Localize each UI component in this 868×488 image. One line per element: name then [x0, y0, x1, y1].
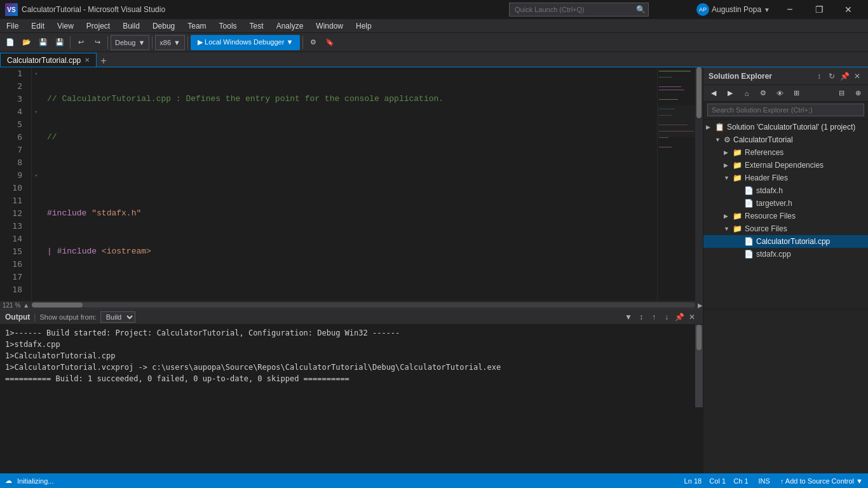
- col-info: Col 1: [709, 477, 726, 485]
- restore-button[interactable]: ❐: [804, 0, 834, 19]
- tree-expand-project[interactable]: ▼: [715, 137, 724, 143]
- open-button[interactable]: 📂: [19, 35, 34, 50]
- main-layout: 1 2 3 4 5 6 7 8 9 10 11 12 13 14 15 16 1…: [0, 67, 868, 309]
- output-toolbar-btn-4[interactable]: ↓: [661, 311, 672, 323]
- tree-expand-solution[interactable]: ▶: [706, 124, 715, 130]
- fold-9[interactable]: ▾: [32, 169, 41, 182]
- tree-item-header-files[interactable]: ▼ 📁 Header Files: [703, 172, 868, 184]
- se-refresh-button[interactable]: ↻: [826, 71, 837, 82]
- output-pin-button[interactable]: 📌: [674, 311, 685, 323]
- output-content[interactable]: 1>------ Build started: Project: Calcula…: [0, 325, 703, 407]
- output-scrollbar[interactable]: [695, 325, 703, 407]
- tree-item-targetver-h[interactable]: 📄 targetver.h: [703, 197, 868, 210]
- se-properties-button[interactable]: ⚙: [756, 86, 771, 101]
- code-content[interactable]: // CalculatorTutorial.cpp : Defines the …: [41, 67, 657, 301]
- tree-item-ext-deps[interactable]: ▶ 📁 External Dependencies: [703, 159, 868, 172]
- tree-expand-header-files[interactable]: ▼: [724, 175, 733, 181]
- scroll-right-button[interactable]: ▶: [698, 302, 703, 309]
- close-button[interactable]: ✕: [834, 0, 863, 19]
- platform-dropdown[interactable]: x86 ▼: [155, 35, 185, 50]
- tree-item-resource-files[interactable]: ▶ 📁 Resource Files: [703, 210, 868, 222]
- debug-config-dropdown[interactable]: Debug ▼: [111, 35, 149, 50]
- save-all-button[interactable]: 💾: [52, 35, 67, 50]
- fold-4[interactable]: ▾: [32, 105, 41, 118]
- tree-expand-references[interactable]: ▶: [724, 149, 733, 156]
- se-filter-tb-button[interactable]: ⊕: [850, 86, 865, 101]
- se-pin-button[interactable]: 📌: [839, 71, 850, 82]
- se-back-button[interactable]: ◀: [706, 86, 721, 101]
- redo-button[interactable]: ↪: [90, 35, 105, 50]
- debug-config-label: Debug: [115, 39, 135, 46]
- minimize-button[interactable]: −: [775, 0, 804, 19]
- source-control[interactable]: ↑ Add to Source Control ▼: [780, 477, 863, 485]
- search-icon: 🔍: [636, 5, 646, 14]
- se-forward-button[interactable]: ▶: [722, 86, 738, 101]
- menu-item-analyze[interactable]: Analyze: [270, 19, 310, 32]
- tree-item-references[interactable]: ▶ 📁 References: [703, 146, 868, 159]
- run-button[interactable]: ▶ Local Windows Debugger ▼: [191, 35, 300, 50]
- menu-item-file[interactable]: File: [0, 19, 25, 32]
- tree-expand-ext-deps[interactable]: ▶: [724, 162, 733, 168]
- se-collapse-button[interactable]: ⊟: [834, 86, 849, 101]
- h-scroll-thumb[interactable]: [32, 302, 83, 308]
- tree-item-solution[interactable]: ▶ 📋 Solution 'CalculatorTutorial' (1 pro…: [703, 121, 868, 133]
- undo-button[interactable]: ↩: [73, 35, 88, 50]
- zoom-expand-icon[interactable]: ▲: [23, 302, 29, 309]
- breakpoints-button[interactable]: ⚙: [306, 35, 321, 50]
- ext-deps-label: External Dependencies: [745, 161, 824, 170]
- menu-item-debug[interactable]: Debug: [146, 19, 181, 32]
- user-chevron: ▼: [764, 6, 770, 13]
- tree-item-stdafx-cpp[interactable]: 📄 stdafx.cpp: [703, 248, 868, 261]
- editor-tab-calculatortutorial[interactable]: CalculatorTutorial.cpp ✕: [0, 53, 97, 67]
- menu-item-build[interactable]: Build: [116, 19, 146, 32]
- vertical-scrollbar[interactable]: [695, 67, 703, 301]
- horizontal-scrollbar[interactable]: 121 % ▲ ▶: [0, 301, 703, 309]
- menu-item-tools[interactable]: Tools: [213, 19, 243, 32]
- quick-launch-input[interactable]: [509, 3, 649, 17]
- new-tab-button[interactable]: +: [97, 55, 110, 67]
- references-label: References: [745, 148, 783, 157]
- menu-item-team[interactable]: Team: [181, 19, 212, 32]
- se-home-button[interactable]: ⌂: [739, 86, 754, 101]
- tree-item-source-files[interactable]: ▼ 📁 Source Files: [703, 222, 868, 235]
- tree-item-stdafx-h[interactable]: 📄 stdafx.h: [703, 184, 868, 197]
- tree-expand-source-files[interactable]: ▼: [724, 226, 733, 232]
- menu-item-help[interactable]: Help: [349, 19, 378, 32]
- se-search-input[interactable]: [707, 104, 864, 116]
- menu-item-view[interactable]: View: [51, 19, 80, 32]
- new-project-button[interactable]: 📄: [3, 35, 18, 50]
- line-num-5: 5: [0, 118, 26, 131]
- output-tab-label[interactable]: Output: [5, 313, 30, 322]
- menu-item-edit[interactable]: Edit: [25, 19, 51, 32]
- window-title: CalculatorTutorial - Microsoft Visual St…: [22, 5, 509, 14]
- bookmark-button[interactable]: 🔖: [322, 35, 337, 50]
- se-show-all-button[interactable]: 👁: [772, 86, 787, 101]
- output-close-button[interactable]: ✕: [686, 311, 698, 323]
- output-toolbar-btn-2[interactable]: ↕: [635, 311, 647, 323]
- editor-scroll-area[interactable]: 1 2 3 4 5 6 7 8 9 10 11 12 13 14 15 16 1…: [0, 67, 703, 301]
- se-close-button[interactable]: ✕: [851, 71, 863, 82]
- output-scrollbar-thumb[interactable]: [696, 325, 702, 350]
- tree-expand-resource-files[interactable]: ▶: [724, 213, 733, 219]
- tree-item-project[interactable]: ▼ ⚙ CalculatorTutorial: [703, 133, 868, 146]
- solution-explorer-toolbar: ◀ ▶ ⌂ ⚙ 👁 ⊞ ⊟ ⊕: [703, 85, 868, 102]
- fold-1[interactable]: ▾: [32, 67, 41, 80]
- save-button[interactable]: 💾: [36, 35, 51, 50]
- menu-item-project[interactable]: Project: [80, 19, 116, 32]
- output-source-select[interactable]: Build: [100, 311, 135, 323]
- debug-config-chevron: ▼: [138, 39, 145, 46]
- toolbar-separator-1: [70, 36, 71, 49]
- output-toolbar-btn-1[interactable]: ▼: [623, 311, 634, 323]
- tab-close-button[interactable]: ✕: [85, 57, 90, 64]
- menu-item-test[interactable]: Test: [243, 19, 270, 32]
- tree-item-calc-cpp[interactable]: 📄 CalculatorTutorial.cpp: [703, 235, 868, 248]
- output-toolbar-btn-3[interactable]: ↑: [648, 311, 660, 323]
- se-sync-button[interactable]: ↕: [813, 71, 825, 82]
- v-scrollbar-thumb[interactable]: [696, 67, 702, 118]
- search-area[interactable]: 🔍: [509, 3, 646, 17]
- h-scroll-track[interactable]: [32, 302, 695, 308]
- source-files-label: Source Files: [745, 224, 787, 233]
- se-filter-button[interactable]: ⊞: [789, 86, 804, 101]
- solution-explorer-search[interactable]: [703, 102, 868, 119]
- menu-item-window[interactable]: Window: [309, 19, 349, 32]
